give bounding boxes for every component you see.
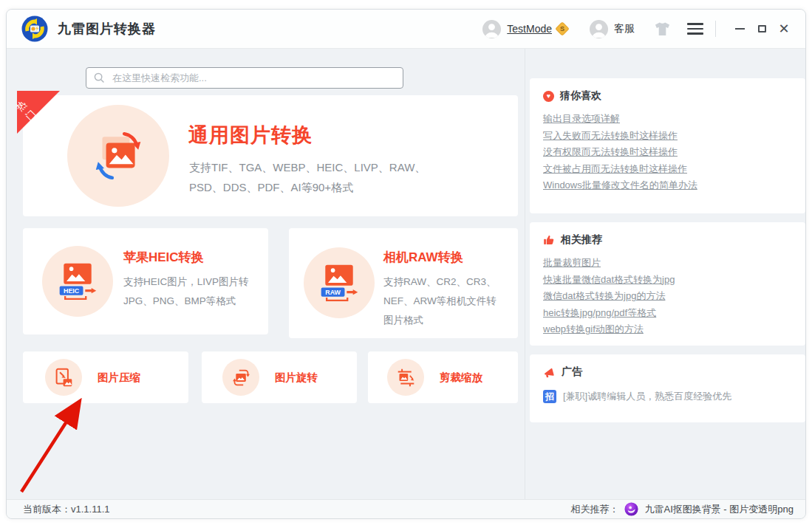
title-bar: 九雷图片转换器 TestMode S 客服: [7, 10, 805, 49]
close-button[interactable]: ✕: [774, 19, 794, 38]
recommend-link[interactable]: 快速批量微信dat格式转换为jpg: [543, 272, 792, 289]
username-link[interactable]: TestMode: [507, 23, 552, 35]
rotate-icon: [222, 359, 259, 396]
help-link[interactable]: 没有权限而无法转换时这样操作: [543, 144, 792, 161]
footer-recommend-label: 相关推荐：: [570, 503, 618, 516]
tool-card-rotate[interactable]: 图片旋转: [202, 351, 357, 403]
annotation-arrow: [13, 393, 89, 501]
guess-you-like-section: ♥ 猜你喜欢 输出目录选项详解 写入失败而无法转换时这样操作 没有权限而无法转换…: [530, 78, 805, 213]
app-title: 九雷图片转换器: [58, 20, 156, 38]
heart-icon: ♥: [543, 91, 554, 102]
svg-text:RAW: RAW: [325, 289, 341, 296]
thumbs-up-icon: [543, 234, 555, 246]
footer-recommend-link[interactable]: 九雷AI抠图换背景 - 图片变透明png: [644, 503, 794, 516]
main-content: 热门 通用图片转换 支持TIF、TGA、WEBP、HEIC: [7, 49, 525, 499]
maximize-button[interactable]: [752, 19, 771, 38]
heic-convert-title: 苹果HEIC转换: [123, 249, 204, 266]
search-box[interactable]: [86, 67, 403, 89]
help-link[interactable]: 文件被占用而无法转换时这样操作: [543, 161, 792, 178]
raw-convert-desc: 支持RAW、CR2、CR3、 NEF、ARW等相机文件转 图片格式: [383, 272, 497, 330]
help-link[interactable]: 写入失败而无法转换时这样操作: [543, 128, 792, 145]
hot-ribbon: 热门: [17, 91, 60, 134]
user-avatar[interactable]: [482, 20, 501, 38]
customer-service-link[interactable]: 客服: [614, 22, 635, 35]
ad-title: 广告: [562, 366, 582, 379]
raw-convert-card[interactable]: RAW 相机RAW转换 支持RAW、CR2、CR3、 NEF、ARW等相机文件转…: [289, 228, 518, 338]
recruit-badge-icon: 招: [543, 390, 556, 403]
recommend-link[interactable]: webp转换gif动图的方法: [543, 321, 792, 338]
status-bar: 当前版本：v1.1.11.1 相关推荐： 九雷AI: [7, 499, 805, 518]
tool-label: 图片压缩: [98, 371, 140, 385]
compress-icon: [45, 359, 82, 396]
crop-scale-icon: [387, 359, 424, 396]
tool-label: 图片旋转: [275, 371, 318, 385]
help-link[interactable]: 输出目录选项详解: [543, 111, 792, 128]
app-window: 九雷图片转换器 TestMode S 客服: [6, 9, 806, 519]
heic-convert-card[interactable]: HEIC 苹果HEIC转换 支持HEIC图片，LIVP图片转 JPG、PNG、B…: [23, 228, 268, 334]
recommend-link[interactable]: heic转换jpg/png/pdf等格式: [543, 305, 792, 322]
tool-card-compress[interactable]: 图片压缩: [23, 351, 188, 403]
service-avatar[interactable]: [590, 20, 608, 38]
theme-skin-icon[interactable]: [654, 21, 671, 37]
svg-text:HEIC: HEIC: [64, 287, 80, 295]
tool-card-crop[interactable]: 剪裁缩放: [368, 351, 518, 403]
header-divider: [715, 21, 716, 37]
vip-badge[interactable]: S: [555, 21, 570, 36]
ai-matting-icon: [624, 502, 638, 516]
version-label: 当前版本：v1.1.11.1: [23, 503, 110, 516]
related-recommend-title: 相关推荐: [561, 233, 602, 247]
universal-convert-title: 通用图片转换: [188, 122, 313, 148]
universal-convert-card[interactable]: 热门 通用图片转换 支持TIF、TGA、WEBP、HEIC: [23, 95, 518, 216]
minimize-button[interactable]: [730, 19, 749, 38]
universal-convert-icon: [67, 105, 169, 207]
ad-link[interactable]: [兼职]诚聘编辑人员，熟悉百度经验优先: [563, 390, 731, 403]
megaphone-icon: [543, 366, 556, 379]
search-input[interactable]: [111, 72, 395, 84]
sidebar: ♥ 猜你喜欢 输出目录选项详解 写入失败而无法转换时这样操作 没有权限而无法转换…: [525, 49, 805, 499]
universal-convert-desc: 支持TIF、TGA、WEBP、HEIC、LIVP、RAW、 PSD、DDS、PD…: [189, 157, 426, 197]
guess-you-like-title: 猜你喜欢: [560, 89, 601, 103]
heic-convert-desc: 支持HEIC图片，LIVP图片转 JPG、PNG、BMP等格式: [123, 272, 249, 311]
help-link[interactable]: Windows批量修改文件名的简单办法: [543, 177, 792, 194]
related-recommend-section: 相关推荐 批量裁剪图片 快速批量微信dat格式转换为jpg 微信dat格式转换为…: [530, 222, 805, 346]
app-logo-icon: [21, 16, 48, 42]
tool-label: 剪裁缩放: [440, 371, 482, 385]
raw-convert-icon: RAW: [304, 247, 375, 318]
ad-section: 广告 招 [兼职]诚聘编辑人员，熟悉百度经验优先: [530, 354, 805, 422]
menu-icon[interactable]: [687, 21, 703, 37]
heic-convert-icon: HEIC: [42, 246, 113, 317]
search-icon: [94, 72, 105, 83]
recommend-link[interactable]: 微信dat格式转换为jpg的方法: [543, 288, 792, 305]
recommend-link[interactable]: 批量裁剪图片: [543, 255, 792, 272]
raw-convert-title: 相机RAW转换: [383, 249, 463, 266]
